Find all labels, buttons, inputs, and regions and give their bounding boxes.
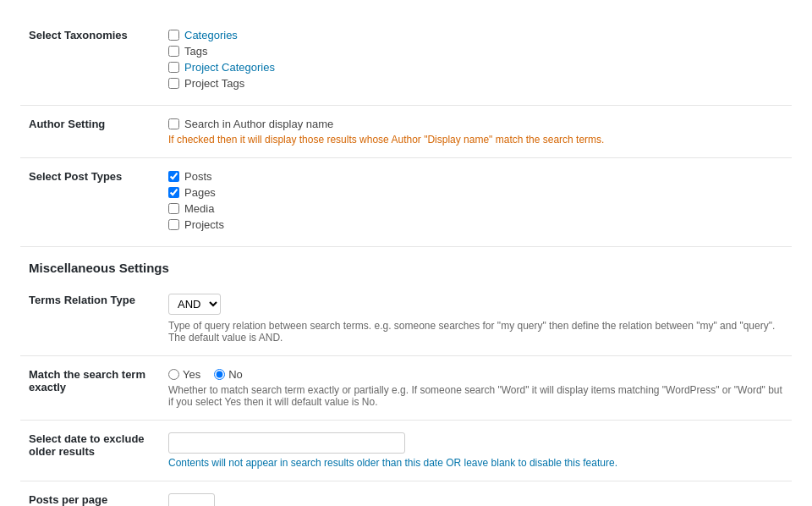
pt-media-label[interactable]: Media	[184, 202, 214, 215]
match-no-text: No	[228, 368, 243, 381]
terms-relation-description: Type of query relation between search te…	[168, 320, 783, 344]
pt-posts-checkbox[interactable]	[168, 171, 179, 182]
posts-per-page-input[interactable]	[168, 493, 215, 506]
pt-pages-label[interactable]: Pages	[184, 186, 216, 199]
tax-tags-checkbox[interactable]	[168, 46, 179, 57]
tax-project-tags-row: Project Tags	[168, 77, 783, 90]
pt-projects-label[interactable]: Projects	[184, 218, 224, 231]
pt-pages-checkbox[interactable]	[168, 187, 179, 198]
author-setting-field: Search in Author display name If checked…	[160, 106, 792, 158]
tax-categories-row: Categories	[168, 29, 783, 41]
terms-relation-field: AND OR Type of query relation between se…	[160, 282, 792, 356]
post-types-field: Posts Pages Media Projects	[160, 158, 792, 247]
author-setting-label: Author Setting	[20, 106, 160, 158]
pt-projects-row: Projects	[168, 218, 783, 231]
author-display-label[interactable]: Search in Author display name	[184, 118, 333, 130]
pt-projects-checkbox[interactable]	[168, 219, 179, 230]
match-no-radio[interactable]	[214, 369, 225, 380]
pt-media-checkbox[interactable]	[168, 203, 179, 214]
tax-categories-checkbox[interactable]	[168, 30, 179, 41]
pt-posts-row: Posts	[168, 170, 783, 183]
match-exact-description: Whether to match search term exactly or …	[168, 384, 783, 408]
date-exclude-description: Contents will not appear in search resul…	[168, 457, 783, 469]
posts-per-page-label: Posts per page	[20, 481, 160, 507]
tax-project-categories-label[interactable]: Project Categories	[184, 61, 275, 74]
author-display-checkbox[interactable]	[168, 118, 179, 129]
match-exact-label: Match the search term exactly	[20, 356, 160, 421]
date-exclude-input[interactable]	[168, 432, 405, 454]
pt-media-row: Media	[168, 202, 783, 215]
date-exclude-field: Contents will not appear in search resul…	[160, 421, 792, 481]
date-exclude-label: Select date to exclude older results	[20, 421, 160, 481]
tax-project-categories-row: Project Categories	[168, 61, 783, 74]
tax-project-tags-checkbox[interactable]	[168, 78, 179, 89]
tax-tags-row: Tags	[168, 45, 783, 58]
posts-per-page-field: Number of posts to display on search res…	[160, 481, 792, 507]
taxonomies-label: Select Taxonomies	[20, 17, 160, 106]
author-checkbox-row: Search in Author display name	[168, 118, 783, 130]
misc-settings-heading: Miscellaneous Settings	[20, 246, 792, 282]
match-yes-radio[interactable]	[168, 369, 179, 380]
tax-categories-label[interactable]: Categories	[184, 29, 238, 41]
author-setting-description: If checked then it will display those re…	[168, 134, 783, 146]
tax-project-tags-label[interactable]: Project Tags	[184, 77, 244, 90]
tax-tags-label[interactable]: Tags	[184, 45, 207, 58]
match-exact-field: Yes No Whether to match search term exac…	[160, 356, 792, 421]
pt-pages-row: Pages	[168, 186, 783, 199]
pt-posts-label[interactable]: Posts	[184, 170, 212, 183]
match-yes-label[interactable]: Yes	[168, 368, 200, 381]
terms-relation-label: Terms Relation Type	[20, 282, 160, 356]
match-exact-radios: Yes No	[168, 368, 783, 381]
match-no-label[interactable]: No	[214, 368, 243, 381]
terms-relation-select[interactable]: AND OR	[168, 294, 221, 315]
tax-project-categories-checkbox[interactable]	[168, 62, 179, 73]
post-types-label: Select Post Types	[20, 158, 160, 247]
taxonomies-field: Categories Tags Project Categories Proje…	[160, 17, 792, 106]
match-yes-text: Yes	[183, 368, 200, 381]
